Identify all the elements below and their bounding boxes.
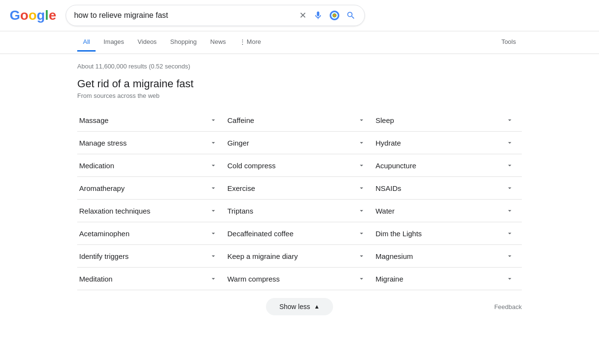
show-less-label: Show less <box>279 303 310 310</box>
item-label: Caffeine <box>227 116 254 124</box>
chevron-down-icon <box>209 138 218 147</box>
item-row[interactable]: Meditation <box>77 268 225 290</box>
nav-tabs: All Images Videos Shopping News ⋮ More T… <box>0 31 599 54</box>
item-label: Manage stress <box>79 139 126 147</box>
grid-column-1: CaffeineGingerCold compressExerciseTript… <box>225 109 374 290</box>
chevron-down-icon <box>357 161 366 170</box>
item-row[interactable]: Keep a migraine diary <box>225 245 374 268</box>
item-row[interactable]: Identify triggers <box>77 245 225 268</box>
item-row[interactable]: Manage stress <box>77 132 225 154</box>
items-grid: MassageManage stressMedicationAromathera… <box>77 109 522 290</box>
item-label: Identify triggers <box>79 252 129 260</box>
feedback-link[interactable]: Feedback <box>494 303 522 310</box>
search-button[interactable] <box>345 10 357 21</box>
clear-icon: ✕ <box>299 10 306 21</box>
chevron-down-icon <box>505 184 514 192</box>
tab-news[interactable]: News <box>205 33 232 52</box>
bottom-row: Show less ▲ Feedback <box>77 290 522 323</box>
chevron-down-icon <box>209 252 218 260</box>
item-row[interactable]: Water <box>374 200 522 222</box>
item-label: Exercise <box>227 184 255 192</box>
item-label: Medication <box>79 162 114 170</box>
item-row[interactable]: Acetaminophen <box>77 222 225 245</box>
item-row[interactable]: Massage <box>77 109 225 132</box>
chevron-down-icon <box>357 252 366 260</box>
chevron-down-icon <box>357 274 366 283</box>
item-row[interactable]: Ginger <box>225 132 374 154</box>
grid-column-0: MassageManage stressMedicationAromathera… <box>77 109 225 290</box>
item-row[interactable]: Medication <box>77 154 225 177</box>
item-row[interactable]: Exercise <box>225 177 374 200</box>
item-label: Decaffeinated coffee <box>227 229 293 238</box>
chevron-down-icon <box>357 116 366 124</box>
tab-videos[interactable]: Videos <box>132 33 163 52</box>
feedback-container: Feedback <box>374 290 522 323</box>
item-label: Sleep <box>376 116 394 124</box>
item-row[interactable]: Acupuncture <box>374 154 522 177</box>
item-label: Acupuncture <box>376 162 416 170</box>
item-row[interactable]: Sleep <box>374 109 522 132</box>
chevron-down-icon <box>357 229 366 238</box>
item-row[interactable]: Aromatherapy <box>77 177 225 200</box>
tab-shopping[interactable]: Shopping <box>165 33 203 52</box>
header: Google ✕ <box>0 0 599 31</box>
item-row[interactable]: Dim the Lights <box>374 222 522 245</box>
item-row[interactable]: Migraine <box>374 268 522 290</box>
item-label: Aromatherapy <box>79 184 125 192</box>
item-row[interactable]: Hydrate <box>374 132 522 154</box>
item-label: Magnesium <box>376 252 413 260</box>
chevron-down-icon <box>505 229 514 238</box>
voice-search-button[interactable] <box>312 10 324 21</box>
item-row[interactable]: Warm compress <box>225 268 374 290</box>
lens-button[interactable] <box>329 10 340 21</box>
chevron-down-icon <box>209 274 218 283</box>
item-row[interactable]: NSAIDs <box>374 177 522 200</box>
item-row[interactable]: Cold compress <box>225 154 374 177</box>
item-row[interactable]: Relaxation techniques <box>77 200 225 222</box>
chevron-down-icon <box>209 229 218 238</box>
item-label: Meditation <box>79 275 112 283</box>
item-label: Cold compress <box>227 162 276 170</box>
item-row[interactable]: Caffeine <box>225 109 374 132</box>
chevron-down-icon <box>505 252 514 260</box>
item-label: Massage <box>79 116 109 124</box>
chevron-down-icon <box>505 116 514 124</box>
chevron-down-icon <box>505 206 514 215</box>
search-icons: ✕ <box>298 9 357 22</box>
chevron-down-icon <box>209 206 218 215</box>
chevron-down-icon <box>357 184 366 192</box>
section-subtitle: From sources across the web <box>77 92 522 99</box>
search-bar-wrapper: ✕ <box>66 5 365 26</box>
item-row[interactable]: Magnesium <box>374 245 522 268</box>
search-icon <box>346 11 356 20</box>
section-title: Get rid of a migraine fast <box>77 78 522 90</box>
item-label: Dim the Lights <box>376 229 422 238</box>
item-label: Acetaminophen <box>79 229 129 238</box>
chevron-down-icon <box>505 138 514 147</box>
chevron-down-icon <box>505 274 514 283</box>
item-label: NSAIDs <box>376 184 401 192</box>
chevron-down-icon <box>357 138 366 147</box>
item-row[interactable]: Decaffeinated coffee <box>225 222 374 245</box>
google-logo[interactable]: Google <box>10 8 56 23</box>
item-row[interactable]: Triptans <box>225 200 374 222</box>
tab-tools[interactable]: Tools <box>496 33 522 52</box>
grid-column-2: SleepHydrateAcupunctureNSAIDsWaterDim th… <box>374 109 522 290</box>
clear-button[interactable]: ✕ <box>298 9 307 22</box>
tab-images[interactable]: Images <box>98 33 130 52</box>
item-label: Warm compress <box>227 275 280 283</box>
results-count: About 11,600,000 results (0.52 seconds) <box>77 63 522 70</box>
item-label: Water <box>376 207 394 215</box>
chevron-down-icon <box>209 116 218 124</box>
more-dots-icon: ⋮ <box>239 38 246 45</box>
item-label: Ginger <box>227 139 249 147</box>
tab-all[interactable]: All <box>77 33 96 52</box>
item-label: Migraine <box>376 275 404 283</box>
chevron-down-icon <box>357 206 366 215</box>
content: About 11,600,000 results (0.52 seconds) … <box>0 54 599 328</box>
item-label: Triptans <box>227 207 253 215</box>
search-input[interactable] <box>74 11 294 20</box>
lens-icon <box>330 11 339 20</box>
show-less-button[interactable]: Show less ▲ <box>266 298 334 315</box>
tab-more[interactable]: ⋮ More <box>234 33 267 52</box>
